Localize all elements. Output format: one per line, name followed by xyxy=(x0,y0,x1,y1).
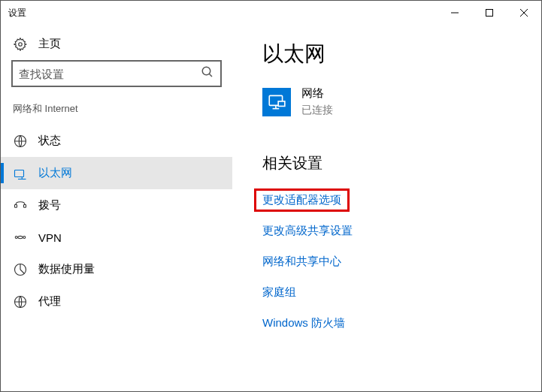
sidebar-item-proxy[interactable]: 代理 xyxy=(1,285,232,318)
network-item[interactable]: 网络 已连接 xyxy=(262,86,541,117)
status-icon xyxy=(13,134,28,148)
close-button[interactable] xyxy=(507,1,541,25)
window-title: 设置 xyxy=(8,7,26,20)
nav-label: 数据使用量 xyxy=(38,262,95,276)
gear-icon xyxy=(13,38,28,51)
link-homegroup[interactable]: 家庭组 xyxy=(262,285,296,300)
nav-label: 状态 xyxy=(38,134,61,148)
sidebar: 主页 网络和 Internet 状态 以太网 xyxy=(1,25,232,391)
monitor-icon xyxy=(262,88,291,116)
sidebar-item-dialup[interactable]: 拨号 xyxy=(1,189,232,222)
link-advanced-sharing[interactable]: 更改高级共享设置 xyxy=(262,224,353,238)
nav-label: 代理 xyxy=(38,294,61,309)
network-name: 网络 xyxy=(301,86,333,101)
network-status: 已连接 xyxy=(301,104,333,117)
sidebar-item-status[interactable]: 状态 xyxy=(1,125,232,157)
maximize-button[interactable] xyxy=(472,1,507,25)
svg-rect-8 xyxy=(15,170,24,176)
svg-point-13 xyxy=(15,237,17,239)
section-label: 网络和 Internet xyxy=(1,99,232,125)
sidebar-item-ethernet[interactable]: 以太网 xyxy=(1,157,232,189)
svg-point-14 xyxy=(23,237,26,239)
svg-rect-12 xyxy=(24,204,26,207)
search-container xyxy=(1,60,232,99)
search-input[interactable] xyxy=(19,68,201,80)
data-icon xyxy=(13,263,28,276)
proxy-icon xyxy=(13,295,28,309)
link-firewall[interactable]: Windows 防火墙 xyxy=(262,316,345,330)
svg-rect-11 xyxy=(15,204,17,207)
svg-point-5 xyxy=(202,67,210,75)
link-adapter-options[interactable]: 更改适配器选项 xyxy=(254,188,350,212)
page-title: 以太网 xyxy=(262,40,541,68)
home-link[interactable]: 主页 xyxy=(1,31,232,60)
nav-label: VPN xyxy=(38,231,62,244)
network-info: 网络 已连接 xyxy=(301,86,333,117)
window-controls xyxy=(438,1,541,25)
sidebar-item-vpn[interactable]: VPN xyxy=(1,222,232,253)
home-label: 主页 xyxy=(38,37,61,51)
svg-rect-1 xyxy=(486,10,493,17)
dialup-icon xyxy=(13,199,28,213)
minimize-button[interactable] xyxy=(438,1,472,25)
related-title: 相关设置 xyxy=(262,153,541,173)
nav-label: 以太网 xyxy=(38,166,72,180)
svg-rect-20 xyxy=(278,101,285,106)
main-content: 以太网 网络 已连接 相关设置 更改适配器选项 更改高级共享设置 网络和共享中心… xyxy=(232,25,541,391)
search-box[interactable] xyxy=(11,60,222,87)
svg-point-4 xyxy=(19,42,23,46)
search-icon xyxy=(201,65,214,82)
sidebar-item-data[interactable]: 数据使用量 xyxy=(1,253,232,285)
ethernet-icon xyxy=(13,167,28,180)
link-network-center[interactable]: 网络和共享中心 xyxy=(262,255,341,269)
vpn-icon xyxy=(13,231,28,244)
nav-label: 拨号 xyxy=(38,198,61,213)
svg-line-6 xyxy=(209,74,212,77)
titlebar: 设置 xyxy=(1,1,541,25)
